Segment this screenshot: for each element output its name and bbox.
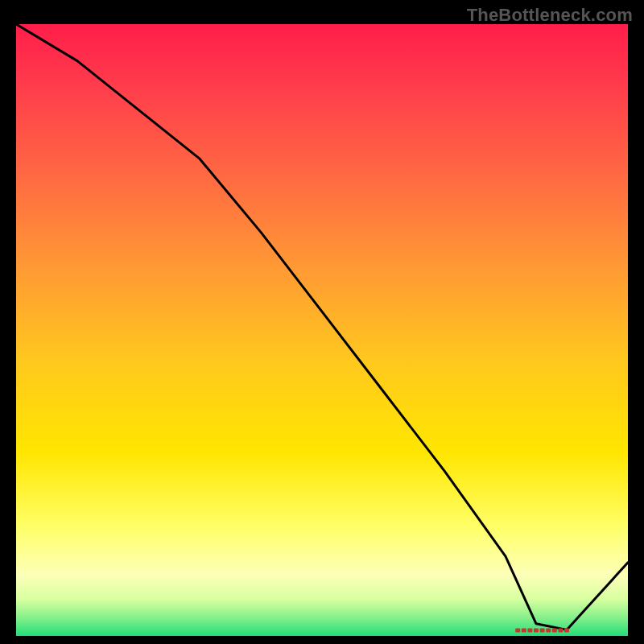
optimal-range-markers [515, 628, 569, 632]
chart-container: TheBottleneck.com [0, 0, 644, 644]
watermark-text: TheBottleneck.com [467, 5, 633, 26]
marker-tick [564, 628, 569, 632]
marker-tick [558, 628, 563, 632]
marker-tick [515, 628, 520, 632]
marker-tick [552, 628, 557, 632]
marker-tick [534, 628, 539, 632]
gradient-background [16, 24, 628, 636]
marker-tick [546, 628, 551, 632]
marker-tick [522, 628, 526, 632]
marker-tick [527, 628, 532, 632]
chart-plot [16, 24, 628, 636]
marker-tick [540, 628, 545, 632]
